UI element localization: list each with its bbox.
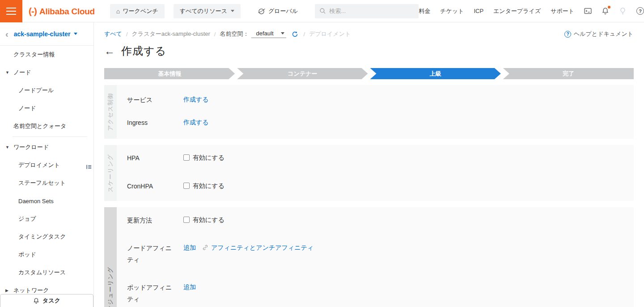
sidebar-group-workloads[interactable]: ▼ワークロード	[0, 138, 93, 156]
field-label: ノードアフィニティ	[127, 242, 174, 265]
checkbox-icon	[183, 183, 190, 189]
sidebar-header: ‹ ack-sample-cluster	[0, 22, 93, 46]
tasks-button[interactable]: タスク	[0, 294, 93, 307]
triangle-right-icon: ▶	[5, 288, 8, 293]
create-service-link[interactable]: 作成する	[183, 95, 209, 104]
field-label: Ingress	[127, 117, 174, 128]
breadcrumb-current: デプロイメント	[309, 30, 351, 38]
section-strip: アクセス制御	[104, 85, 117, 139]
section-scheduling: スケジューリング 更新方法 有効にする ノードアフィニティ 追加	[104, 207, 634, 307]
section-label-vertical: スケーリング	[106, 154, 114, 192]
sidebar-nav: クラスター情報 ▼ノード ノードプール ノード 名前空間とクォータ ▼ワークロー…	[0, 46, 93, 299]
breadcrumb-all[interactable]: すべて	[104, 30, 122, 38]
affinity-docs-link[interactable]: アフィニティとアンチアフィニティ	[202, 243, 314, 252]
main-content: すべて / クラスターack-sample-cluster / 名前空間： de…	[94, 22, 644, 307]
sidebar-item-pods[interactable]: ポッド	[0, 246, 93, 264]
cluster-switcher[interactable]: ack-sample-cluster	[14, 30, 77, 38]
field-ingress: Ingress 作成する	[127, 117, 634, 128]
link-icon	[202, 244, 208, 251]
divider	[13, 136, 87, 137]
field-label: 更新方法	[127, 214, 174, 226]
create-ingress-link[interactable]: 作成する	[183, 118, 209, 127]
checkbox-icon	[183, 154, 190, 161]
menu-enterprise[interactable]: エンタープライズ	[493, 7, 541, 15]
step-basic-info[interactable]: 基本情報	[104, 68, 235, 79]
sidebar: ‹ ack-sample-cluster クラスター情報 ▼ノード ノードプール…	[0, 22, 94, 307]
field-node-affinity: ノードアフィニティ 追加 アフィニティとアンチアフィニティ	[127, 242, 634, 265]
top-navbar: (-) Alibaba Cloud ⌂ ワークベンチ すべてのリソース グローバ…	[0, 0, 644, 22]
logo-text: Alibaba Cloud	[39, 7, 95, 17]
global-search[interactable]	[315, 4, 419, 18]
sidebar-item-statefulsets[interactable]: ステーフルセット	[0, 174, 93, 192]
sidebar-item-nodes[interactable]: ノード	[0, 99, 93, 117]
collapse-sidebar-icon[interactable]	[86, 164, 92, 171]
page-header: ← 作成する	[104, 44, 644, 58]
workbench-button[interactable]: ⌂ ワークベンチ	[110, 4, 165, 18]
menu-support[interactable]: サポート	[551, 7, 574, 15]
chevron-down-icon	[281, 32, 284, 34]
help-docs-link[interactable]: ? ヘルプとドキュメント	[564, 30, 633, 38]
namespace-label: 名前空間：	[220, 30, 249, 38]
sidebar-item-cluster-info[interactable]: クラスター情報	[0, 46, 93, 64]
section-scaling: スケーリング HPA 有効にする CronHPA 有効にする	[104, 145, 634, 201]
refresh-icon[interactable]	[292, 31, 298, 38]
field-label: ポッドアフィニティ	[127, 281, 174, 305]
search-input[interactable]	[329, 8, 414, 14]
sidebar-item-jobs[interactable]: ジョブ	[0, 210, 93, 228]
field-service: サービス 作成する	[127, 94, 634, 106]
step-done[interactable]: 完了	[503, 68, 634, 79]
back-arrow-icon[interactable]: ←	[104, 46, 115, 56]
lightbulb-icon[interactable]	[619, 7, 627, 15]
section-label-vertical: スケジューリング	[106, 267, 114, 307]
field-label: CronHPA	[127, 180, 174, 192]
node-affinity-add-link[interactable]: 追加	[183, 243, 196, 252]
pod-affinity-add-link[interactable]: 追加	[183, 282, 196, 291]
cloud-shell-icon[interactable]	[584, 7, 592, 15]
sidebar-group-nodes[interactable]: ▼ノード	[0, 64, 93, 81]
field-label: HPA	[127, 152, 174, 164]
field-cronhpa: CronHPA 有効にする	[127, 180, 634, 192]
menu-icp[interactable]: ICP	[474, 8, 483, 14]
chevron-down-icon	[231, 10, 234, 12]
checkbox-icon	[183, 217, 190, 223]
sidebar-item-namespaces-quotas[interactable]: 名前空間とクォータ	[0, 117, 93, 135]
update-method-enable-checkbox[interactable]: 有効にする	[183, 215, 225, 224]
namespace-select[interactable]: default	[251, 30, 286, 38]
region-selector[interactable]: グローバル	[258, 7, 298, 15]
field-update-method: 更新方法 有効にする	[127, 214, 634, 226]
sidebar-item-custom-resources[interactable]: カスタムリソース	[0, 264, 93, 281]
alibaba-cloud-logo[interactable]: (-) Alibaba Cloud	[29, 6, 95, 17]
hpa-enable-checkbox[interactable]: 有効にする	[183, 153, 225, 162]
help-icon[interactable]: ?	[636, 7, 644, 15]
menu-pricing[interactable]: 料金	[419, 7, 430, 15]
logo-mark-icon: (-)	[29, 6, 37, 17]
home-icon: ⌂	[116, 8, 120, 15]
sidebar-item-node-pools[interactable]: ノードプール	[0, 81, 93, 99]
step-advanced[interactable]: 上級	[370, 68, 501, 79]
sidebar-item-daemon-sets[interactable]: Daemon Sets	[0, 192, 93, 210]
menu-tickets[interactable]: チケット	[440, 7, 464, 15]
section-label-vertical: アクセス制御	[106, 93, 114, 131]
hamburger-menu-button[interactable]	[0, 0, 22, 22]
sidebar-item-cron-jobs[interactable]: タイミングタスク	[0, 228, 93, 246]
chevron-down-icon	[74, 33, 77, 35]
notifications-bell-icon[interactable]	[602, 7, 609, 15]
all-resources-dropdown[interactable]: すべてのリソース	[174, 4, 241, 18]
field-pod-affinity: ポッドアフィニティ 追加	[127, 281, 634, 305]
page-title: 作成する	[121, 44, 166, 58]
triangle-down-icon: ▼	[5, 70, 9, 75]
cronhpa-enable-checkbox[interactable]: 有効にする	[183, 181, 225, 190]
back-chevron-icon[interactable]: ‹	[5, 30, 8, 38]
field-hpa: HPA 有効にする	[127, 152, 634, 164]
breadcrumb-cluster[interactable]: クラスターack-sample-cluster	[132, 30, 210, 38]
step-container[interactable]: コンテナー	[237, 68, 368, 79]
navbar-right-menu: 料金 チケット ICP エンタープライズ サポート ? 日本語	[419, 7, 644, 15]
section-strip: スケジューリング	[104, 207, 117, 307]
notification-dot	[608, 6, 610, 9]
search-icon	[319, 8, 326, 14]
sidebar-item-deployments[interactable]: デプロイメント	[0, 156, 93, 174]
field-label: サービス	[127, 94, 174, 106]
triangle-down-icon: ▼	[5, 145, 9, 149]
section-access-control: アクセス制御 サービス 作成する Ingress 作成する	[104, 85, 634, 139]
globe-icon	[258, 8, 266, 15]
